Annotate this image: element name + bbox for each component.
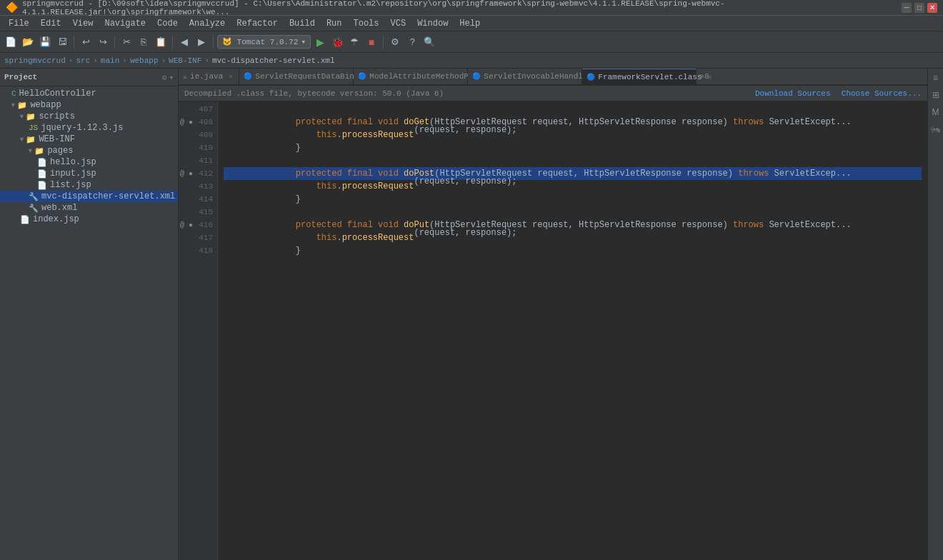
nav-webinf[interactable]: WEB-INF <box>169 56 201 65</box>
toolbar-save-button[interactable]: 💾 <box>37 34 53 50</box>
gear-icon[interactable]: ⚙ <box>162 73 167 82</box>
menu-vcs[interactable]: VCS <box>385 17 412 30</box>
nav-src[interactable]: src <box>76 56 90 65</box>
code-line-409: this.processRequest(request, response); <box>224 129 922 141</box>
gutter-408: @ ● 408 <box>179 116 217 129</box>
toolbar-open-button[interactable]: 📂 <box>20 34 36 50</box>
run-button[interactable]: ▶ <box>312 34 328 50</box>
tab-icon: 🔵 <box>244 72 252 81</box>
tree-item-jquery[interactable]: JS jquery-1.12.3.js <box>0 122 178 134</box>
folder-icon: 📁 <box>34 146 44 156</box>
toolbar-forward-button[interactable]: ▶ <box>194 34 209 50</box>
tab-servletinvocablehandlermethod[interactable]: 🔵 ServletInvocableHandlerMethod.class ✕ <box>468 69 582 84</box>
tree-item-mvc-xml[interactable]: 🔧 mvc-dispatcher-servlet.xml <box>0 191 178 202</box>
menu-file[interactable]: File <box>3 17 35 30</box>
tree-label: index.jsp <box>33 214 79 224</box>
nav-file[interactable]: mvc-dispatcher-servlet.xml <box>212 56 335 65</box>
main-content: Project ⚙ ▾ C HelloController ▶ 📁 webapp… <box>0 69 943 560</box>
menu-analyze[interactable]: Analyze <box>184 17 231 30</box>
tree-item-hellocontroller[interactable]: C HelloController <box>0 88 178 99</box>
tab-ie-java[interactable]: ☕ ie.java ✕ <box>179 69 239 84</box>
toolbar-undo-button[interactable]: ↩ <box>78 34 94 50</box>
toolbar-copy-button[interactable]: ⎘ <box>136 34 151 50</box>
tree-item-pages[interactable]: ▶ 📁 pages <box>0 145 178 156</box>
java-icon: C <box>11 89 16 98</box>
maximize-button[interactable]: □ <box>914 3 924 13</box>
project-panel-buttons: ⚙ ▾ <box>162 73 174 82</box>
code-content[interactable]: protected final void doGet(HttpServletRe… <box>218 101 922 560</box>
menu-build[interactable]: Build <box>284 17 321 30</box>
menu-navigate[interactable]: Navigate <box>99 17 151 30</box>
tab-icon: 🔵 <box>358 72 366 81</box>
tree-item-input-jsp[interactable]: 📄 input.jsp <box>0 168 178 179</box>
jsp-icon: 📄 <box>37 158 47 167</box>
tree-item-hello-jsp[interactable]: 📄 hello.jsp <box>0 156 178 168</box>
minimize-button[interactable]: ─ <box>902 3 912 13</box>
menu-edit[interactable]: Edit <box>35 17 67 30</box>
editor-scrollbar[interactable] <box>922 101 927 560</box>
side-icon-ant[interactable]: 🐜 <box>929 123 942 136</box>
coverage-button[interactable]: ☂ <box>346 34 362 50</box>
side-icon-maven[interactable]: M <box>929 106 942 119</box>
toolbar-new-button[interactable]: 📄 <box>3 34 19 50</box>
toolbar-redo-button[interactable]: ↪ <box>95 34 111 50</box>
side-icon-structure[interactable]: ≡ <box>929 71 942 84</box>
gutter-417: 417 <box>179 231 217 244</box>
gutter-415: 415 <box>179 206 217 219</box>
tab-icon: ☕ <box>183 72 187 81</box>
code-line-415 <box>224 206 922 219</box>
toolbar-saveall-button[interactable]: 🖫 <box>54 34 70 50</box>
tab-close-button[interactable]: ✕ <box>229 72 233 81</box>
close-button[interactable]: ✕ <box>927 3 937 13</box>
project-panel-header: Project ⚙ ▾ <box>0 69 178 86</box>
side-icon-hierarchy[interactable]: ⊞ <box>929 89 942 101</box>
nav-springmvccrud[interactable]: springmvccrud <box>4 56 66 65</box>
menu-window[interactable]: Window <box>411 17 454 30</box>
run-config-arrow: ▾ <box>301 37 306 46</box>
debug-button[interactable]: 🐞 <box>329 34 345 50</box>
tab-icon: 🔵 <box>472 72 481 81</box>
more-tabs-indicator[interactable]: »8 <box>697 72 712 81</box>
nav-main[interactable]: main <box>101 56 119 65</box>
side-panel-icons: ≡ ⊞ M 🐜 <box>927 69 943 560</box>
toolbar-back-button[interactable]: ◀ <box>176 34 192 50</box>
code-line-412: protected final void doPost(HttpServletR… <box>224 167 922 180</box>
chevron-down-icon[interactable]: ▾ <box>169 73 174 82</box>
toolbar-help-button[interactable]: ? <box>404 34 420 50</box>
choose-sources-link[interactable]: Choose Sources... <box>842 89 922 98</box>
menu-refactor[interactable]: Refactor <box>231 17 284 30</box>
tree-item-web-xml[interactable]: 🔧 web.xml <box>0 202 178 214</box>
tree-item-webinf[interactable]: ▶ 📁 WEB-INF <box>0 134 178 145</box>
tab-frameworkservlet[interactable]: 🔵 FrameworkServlet.class ✕ <box>582 69 697 84</box>
menu-view[interactable]: View <box>67 17 99 30</box>
tree-label: list.jsp <box>50 180 91 190</box>
gutter-411: 411 <box>179 154 217 167</box>
menu-run[interactable]: Run <box>321 17 348 30</box>
menu-code[interactable]: Code <box>151 17 184 30</box>
tree-item-list-jsp[interactable]: 📄 list.jsp <box>0 179 178 191</box>
toolbar-paste-button[interactable]: 📋 <box>153 34 169 50</box>
tree-item-index-jsp[interactable]: 📄 index.jsp <box>0 214 178 225</box>
code-editor[interactable]: 407 @ ● 408 409 410 411 @ ● 412 413 414 … <box>179 101 927 560</box>
toolbar-cut-button[interactable]: ✂ <box>119 34 134 50</box>
tree-label: mvc-dispatcher-servlet.xml <box>41 191 175 201</box>
toolbar-sep-2 <box>114 36 115 49</box>
stop-button[interactable]: ■ <box>364 34 379 50</box>
tree-item-webapp[interactable]: ▶ 📁 webapp <box>0 99 178 111</box>
nav-webapp[interactable]: webapp <box>130 56 159 65</box>
tab-servletrequestdatabinder[interactable]: 🔵 ServletRequestDataBinder.class ✕ <box>239 69 354 84</box>
tree-label: web.xml <box>41 203 77 213</box>
run-config-selector[interactable]: 🐱 Tomcat 7.0.72 ▾ <box>217 35 311 49</box>
menu-tools[interactable]: Tools <box>348 17 385 30</box>
menu-help[interactable]: Help <box>454 17 486 30</box>
project-panel: Project ⚙ ▾ C HelloController ▶ 📁 webapp… <box>0 69 179 560</box>
run-config-label: 🐱 Tomcat 7.0.72 <box>222 37 298 46</box>
toolbar-sep-5 <box>383 36 384 49</box>
tab-label: ie.java <box>190 72 223 81</box>
tree-item-scripts[interactable]: ▶ 📁 scripts <box>0 111 178 122</box>
toolbar-search-button[interactable]: 🔍 <box>421 34 437 50</box>
tree-label: HelloController <box>19 89 96 99</box>
download-sources-link[interactable]: Download Sources <box>755 89 831 98</box>
toolbar-settings-button[interactable]: ⚙ <box>387 34 403 50</box>
tab-modelattributemethodprocessor[interactable]: 🔵 ModelAttributeMethodProcessor.class ✕ <box>354 69 468 84</box>
